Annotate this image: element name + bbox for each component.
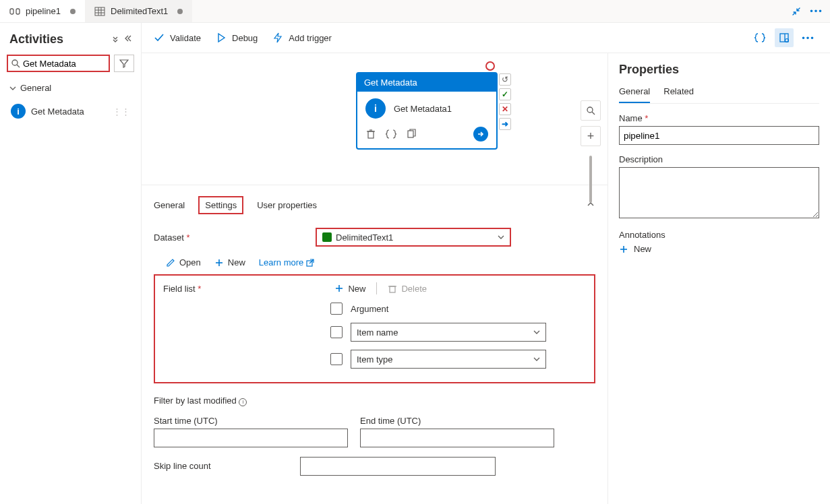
breakpoint-icon[interactable]: [485, 61, 495, 71]
argument-select-all-checkbox[interactable]: [330, 303, 343, 315]
props-tab-related[interactable]: Related: [663, 86, 694, 103]
activity-search[interactable]: [7, 55, 110, 72]
add-trigger-button[interactable]: Add trigger: [272, 32, 332, 43]
sidebar-item-label: Get Metadata: [31, 106, 84, 117]
chevron-down-icon: [533, 327, 540, 338]
props-tab-general[interactable]: General: [619, 86, 650, 103]
start-time-input[interactable]: [154, 429, 348, 447]
field-delete-button[interactable]: Delete: [388, 284, 427, 294]
open-label: Open: [179, 257, 201, 267]
zoom-in-button[interactable]: +: [581, 126, 601, 146]
start-time-label: Start time (UTC): [154, 416, 348, 426]
info-tooltip-icon[interactable]: i: [239, 398, 247, 406]
json-view-button[interactable]: [750, 28, 769, 47]
play-icon: [216, 32, 227, 43]
tab-user-properties[interactable]: User properties: [257, 200, 317, 210]
dirty-indicator-icon: [70, 9, 76, 14]
field-list-label: Field list: [163, 284, 196, 294]
sidebar-group-general[interactable]: General: [4, 79, 137, 97]
filter-button[interactable]: [114, 55, 134, 72]
activity-type-label: Get Metadata: [357, 73, 496, 92]
braces-icon[interactable]: [386, 129, 396, 139]
run-activity-button[interactable]: [473, 127, 488, 141]
properties-toggle-button[interactable]: [775, 28, 794, 47]
search-input[interactable]: [20, 59, 106, 69]
pencil-icon: [166, 258, 175, 267]
skip-line-input[interactable]: [300, 457, 496, 476]
tab-general[interactable]: General: [154, 200, 185, 210]
argument-dropdown[interactable]: Item name: [351, 323, 546, 342]
chevron-down-icon: [533, 354, 540, 365]
more-icon[interactable]: •••: [811, 6, 822, 17]
pipeline-canvas[interactable]: Get Metadata i Get Metadata1: [142, 53, 607, 185]
validate-button[interactable]: Validate: [154, 32, 201, 43]
argument-checkbox[interactable]: [330, 353, 343, 365]
tab-dataset-label: DelimitedText1: [111, 6, 168, 16]
filter-icon: [119, 59, 129, 68]
field-new-button[interactable]: New: [334, 284, 365, 294]
annotation-new-button[interactable]: New: [619, 244, 819, 254]
arrow-right-icon: [477, 130, 485, 138]
dataset-select[interactable]: DelimitedText1: [316, 228, 511, 247]
activities-heading: Activities: [9, 32, 63, 46]
zoom-slider[interactable]: [589, 156, 592, 203]
collapse-icon[interactable]: [791, 6, 802, 17]
svg-rect-0: [10, 9, 13, 14]
skip-line-label: Skip line count: [154, 461, 211, 471]
add-trigger-label: Add trigger: [289, 33, 332, 43]
separator: [376, 282, 377, 294]
undo-icon[interactable]: ↺: [499, 73, 511, 86]
required-indicator: *: [198, 284, 201, 294]
sidebar-item-get-metadata[interactable]: i Get Metadata ⋮⋮: [5, 100, 136, 123]
tab-settings[interactable]: Settings: [198, 196, 243, 214]
description-textarea[interactable]: [619, 167, 819, 218]
plus-icon: [214, 258, 224, 267]
argument-checkbox[interactable]: [330, 326, 343, 338]
open-dataset-button[interactable]: Open: [166, 257, 201, 267]
learn-more-label: Learn more: [259, 257, 303, 267]
drag-handle-icon: ⋮⋮: [113, 106, 130, 117]
new-label: New: [228, 257, 245, 267]
skip-icon[interactable]: ➜: [499, 118, 511, 130]
more-actions-button[interactable]: •••: [799, 28, 818, 47]
chevron-down-icon: [9, 85, 16, 92]
annotation-new-label: New: [634, 244, 651, 254]
name-input[interactable]: [619, 126, 819, 145]
learn-more-link[interactable]: Learn more: [259, 257, 314, 267]
expand-all-icon[interactable]: [111, 34, 119, 44]
error-icon[interactable]: ✕: [499, 103, 511, 115]
svg-rect-15: [408, 131, 413, 137]
dataset-select-value: DelimitedText1: [336, 232, 393, 243]
zoom-search-button[interactable]: [581, 100, 601, 121]
debug-button[interactable]: Debug: [216, 32, 258, 43]
svg-line-8: [17, 65, 20, 67]
dirty-indicator-icon: [177, 9, 183, 14]
dataset-label: Dataset: [154, 232, 184, 243]
tab-pipeline[interactable]: pipeline1: [0, 0, 85, 22]
filter-label: Filter by last modified: [154, 396, 237, 406]
collapse-sidebar-icon[interactable]: [123, 34, 131, 44]
svg-rect-9: [780, 34, 788, 42]
trigger-icon: [272, 32, 283, 43]
end-time-input[interactable]: [360, 429, 554, 447]
tab-dataset[interactable]: DelimitedText1: [85, 0, 192, 22]
dataset-icon: [94, 6, 105, 17]
activity-get-metadata[interactable]: Get Metadata i Get Metadata1: [356, 72, 498, 150]
search-icon: [586, 106, 595, 115]
plus-icon: [334, 284, 344, 293]
description-label: Description: [619, 154, 819, 164]
required-indicator: *: [186, 232, 189, 243]
copy-icon[interactable]: [406, 129, 417, 139]
end-time-label: End time (UTC): [360, 416, 554, 426]
plus-icon: [619, 245, 628, 254]
dataset-file-icon: [322, 232, 332, 242]
new-dataset-button[interactable]: New: [214, 257, 245, 267]
argument-dropdown[interactable]: Item type: [351, 350, 546, 369]
argument-value: Item type: [357, 354, 392, 365]
delete-icon[interactable]: [365, 129, 376, 139]
svg-point-16: [587, 107, 593, 113]
success-icon[interactable]: ✓: [499, 88, 511, 100]
argument-value: Item name: [357, 327, 398, 338]
info-icon: i: [11, 104, 26, 119]
name-label: Name *: [619, 113, 819, 123]
